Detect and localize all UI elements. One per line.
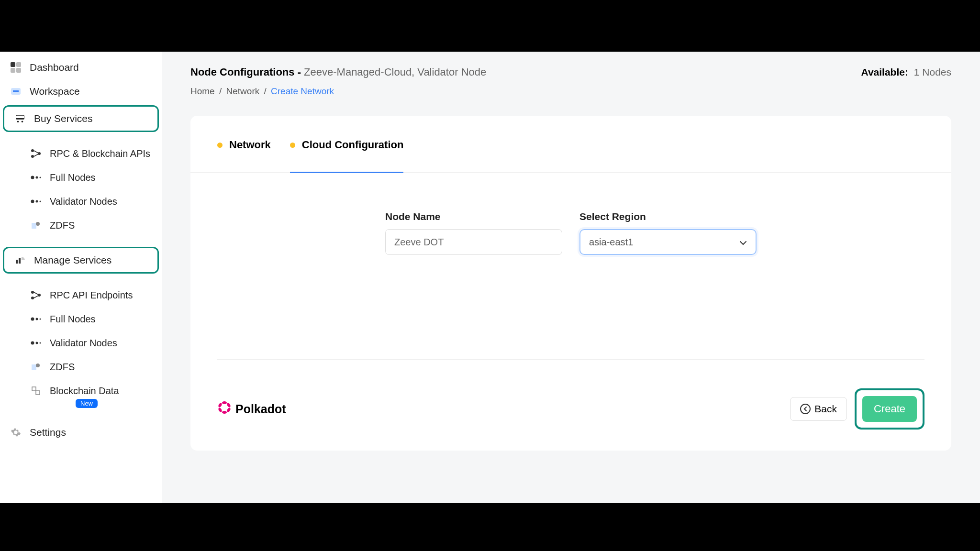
svg-point-19 [38, 294, 41, 297]
available-label: Available: [861, 66, 908, 77]
svg-point-31 [222, 411, 227, 414]
sidebar-item-validator-nodes-manage[interactable]: Validator Nodes [0, 331, 162, 355]
svg-point-11 [36, 200, 38, 203]
nodes-branch-icon [30, 289, 42, 301]
sidebar-item-full-nodes-manage[interactable]: Full Nodes [0, 307, 162, 331]
svg-rect-16 [19, 258, 21, 264]
sidebar-item-label: Full Nodes [50, 314, 96, 325]
region-value: asia-east1 [589, 237, 633, 248]
svg-point-34 [218, 407, 223, 413]
sidebar-item-settings[interactable]: Settings [0, 420, 162, 444]
svg-point-22 [40, 319, 41, 320]
sidebar-item-validator-nodes[interactable]: Validator Nodes [0, 189, 162, 213]
chevron-down-icon [739, 237, 747, 248]
svg-point-30 [222, 401, 227, 404]
main-content: Node Configurations - Zeeve-Managed-Clou… [162, 52, 980, 503]
step-dot-icon [217, 143, 223, 148]
highlight-create: Create [855, 388, 924, 430]
svg-rect-26 [32, 364, 36, 370]
sidebar-item-label: Validator Nodes [50, 338, 117, 349]
svg-point-14 [36, 222, 40, 226]
zdfs-icon [30, 361, 42, 373]
step-dot-icon [290, 143, 295, 148]
sidebar-item-dashboard[interactable]: Dashboard [0, 55, 162, 79]
available-value: 1 Nodes [914, 66, 951, 77]
svg-point-7 [31, 176, 34, 179]
svg-point-35 [226, 407, 231, 413]
sidebar-item-label: RPC & Blockchain APIs [50, 148, 150, 159]
region-select[interactable]: asia-east1 [579, 229, 757, 255]
sidebar-item-manage-services[interactable]: Manage Services [11, 248, 157, 272]
breadcrumb-network[interactable]: Network [226, 86, 260, 96]
sidebar-item-label: Workspace [30, 86, 80, 97]
svg-point-4 [31, 149, 34, 152]
svg-rect-15 [16, 260, 18, 264]
region-label: Select Region [579, 211, 757, 222]
highlight-manage-services: Manage Services [3, 247, 159, 274]
sidebar-item-full-nodes[interactable]: Full Nodes [0, 165, 162, 189]
wizard-tabs: Network Cloud Configuration [190, 116, 951, 173]
sidebar-item-rpc-endpoints[interactable]: RPC API Endpoints [0, 283, 162, 307]
zdfs-icon [30, 219, 42, 231]
svg-rect-28 [32, 387, 36, 391]
svg-point-33 [226, 402, 231, 408]
nodes-icon [30, 313, 42, 325]
sidebar-item-label: Settings [30, 427, 66, 438]
new-badge: New [76, 399, 98, 408]
sidebar-item-label: RPC API Endpoints [50, 290, 133, 301]
grid-icon [10, 61, 22, 74]
sidebar-item-label: ZDFS [50, 220, 75, 231]
available-indicator: Available: 1 Nodes [861, 66, 952, 78]
page-title: Node Configurations - Zeeve-Managed-Clou… [190, 66, 486, 78]
title-prefix: Node Configurations - [190, 66, 304, 78]
tab-label: Network [229, 139, 271, 151]
svg-point-20 [31, 318, 34, 321]
sidebar-item-zdfs-manage[interactable]: ZDFS [0, 355, 162, 379]
title-suffix: Zeeve-Managed-Cloud, Validator Node [304, 66, 486, 78]
svg-point-3 [22, 121, 23, 123]
back-label: Back [814, 403, 837, 415]
sidebar-item-buy-services[interactable]: Buy Services [11, 107, 157, 131]
workspace-icon [10, 85, 22, 98]
node-name-input[interactable] [385, 229, 562, 255]
sidebar-item-label: Manage Services [34, 254, 111, 266]
breadcrumb-home[interactable]: Home [190, 86, 215, 96]
cart-icon [14, 112, 26, 125]
svg-point-18 [31, 297, 34, 299]
node-name-label: Node Name [385, 211, 562, 222]
nodes-icon [30, 195, 42, 208]
polkadot-brand: Polkadot [217, 400, 286, 418]
svg-point-24 [36, 342, 38, 344]
svg-point-8 [36, 176, 38, 179]
svg-rect-29 [36, 391, 40, 395]
svg-point-21 [36, 318, 38, 320]
sidebar-item-rpc-apis[interactable]: RPC & Blockchain APIs [0, 142, 162, 165]
svg-point-17 [31, 291, 34, 294]
gear-icon [10, 426, 22, 439]
back-button[interactable]: Back [790, 397, 847, 421]
svg-point-23 [31, 342, 34, 345]
tab-network[interactable]: Network [217, 139, 271, 172]
svg-point-2 [17, 121, 19, 123]
svg-point-12 [40, 201, 41, 202]
svg-point-32 [218, 402, 223, 408]
data-icon [30, 385, 42, 397]
sidebar-item-label: Validator Nodes [50, 196, 117, 207]
create-button[interactable]: Create [862, 396, 917, 422]
svg-point-27 [36, 364, 40, 367]
sidebar-item-label: Full Nodes [50, 172, 96, 183]
nodes-icon [30, 171, 42, 184]
nodes-icon [30, 337, 42, 349]
sidebar-item-label: ZDFS [50, 362, 75, 373]
svg-rect-1 [16, 116, 24, 118]
sidebar-item-zdfs[interactable]: ZDFS [0, 213, 162, 237]
sidebar-item-blockchain-data[interactable]: Blockchain Data New [0, 379, 162, 411]
highlight-buy-services: Buy Services [3, 105, 159, 132]
sidebar-item-workspace[interactable]: Workspace [0, 79, 162, 103]
sidebar: Dashboard Workspace Buy Services RPC & B… [0, 52, 162, 503]
sidebar-item-label: Buy Services [34, 113, 93, 124]
svg-point-10 [31, 200, 34, 203]
nodes-branch-icon [30, 147, 42, 160]
tab-cloud-configuration[interactable]: Cloud Configuration [290, 139, 404, 172]
svg-rect-13 [32, 223, 36, 229]
